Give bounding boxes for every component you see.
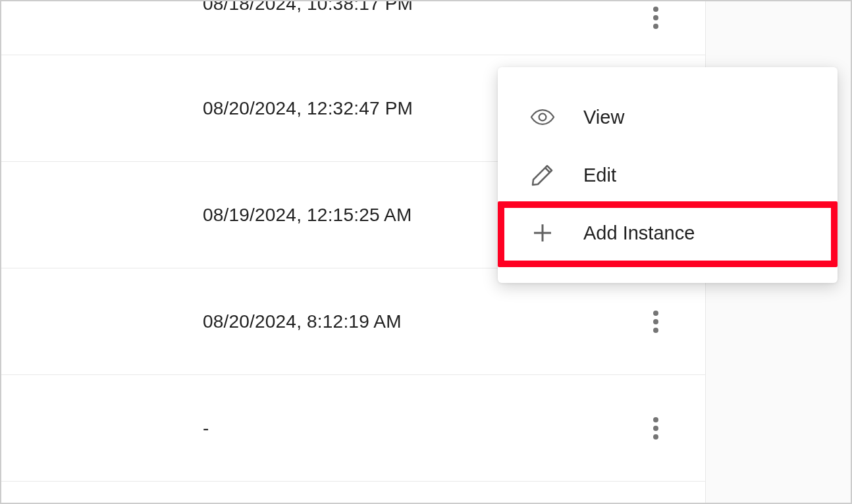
actions-cell xyxy=(606,412,705,445)
timestamp-value: 08/20/2024, 12:32:47 PM xyxy=(203,98,413,118)
menu-item-label: View xyxy=(583,107,624,128)
plus-icon xyxy=(531,221,554,245)
timestamp-cell: 08/18/2024, 10:38:17 PM xyxy=(1,0,606,14)
timestamp-value: - xyxy=(203,418,209,438)
eye-icon xyxy=(531,105,554,129)
menu-item-label: Add Instance xyxy=(583,222,695,244)
table-row: 08/18/2024, 10:38:17 PM xyxy=(1,1,705,55)
timestamp-value: 08/20/2024, 8:12:19 AM xyxy=(203,311,402,332)
timestamp-cell: 08/20/2024, 8:12:19 AM xyxy=(1,311,606,332)
kebab-icon xyxy=(653,311,658,333)
actions-cell xyxy=(606,305,705,338)
table-row: 08/20/2024, 8:12:19 AM xyxy=(1,268,705,375)
pencil-icon xyxy=(531,163,554,187)
kebab-icon xyxy=(653,417,658,440)
svg-point-0 xyxy=(539,114,546,121)
timestamp-cell: - xyxy=(1,418,606,439)
table-row: - xyxy=(1,375,705,482)
row-actions-button[interactable] xyxy=(648,305,664,338)
row-actions-button[interactable] xyxy=(648,1,664,34)
menu-item-view[interactable]: View xyxy=(498,88,838,146)
timestamp-value: 08/18/2024, 10:38:17 PM xyxy=(203,0,413,14)
timestamp-value: 08/19/2024, 12:15:25 AM xyxy=(203,205,412,225)
actions-cell xyxy=(606,1,705,34)
menu-item-label: Edit xyxy=(583,164,616,186)
menu-item-edit[interactable]: Edit xyxy=(498,146,838,204)
context-menu: View Edit Add Instance xyxy=(498,67,838,283)
menu-item-add-instance[interactable]: Add Instance xyxy=(498,204,838,262)
row-actions-button[interactable] xyxy=(648,412,664,445)
kebab-icon xyxy=(653,7,658,29)
